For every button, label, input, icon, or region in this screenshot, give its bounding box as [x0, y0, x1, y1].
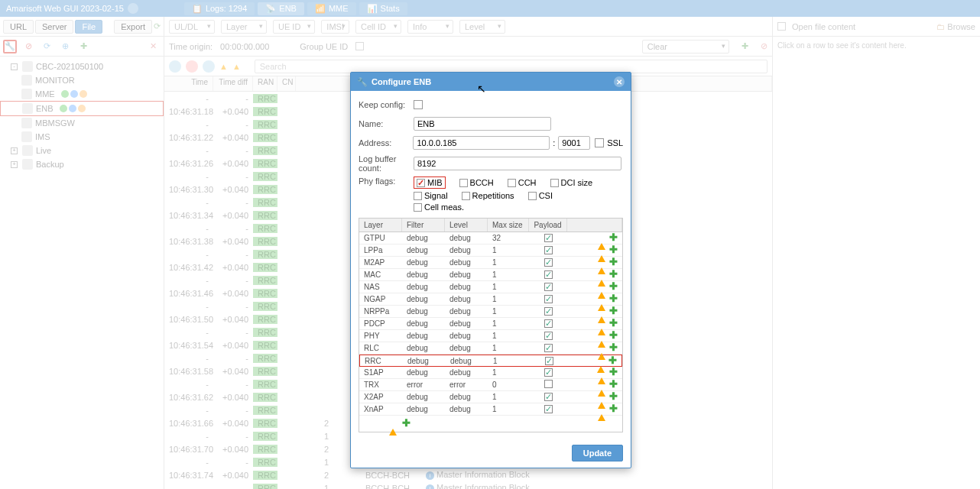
- edit-icon[interactable]: [575, 368, 583, 377]
- checkbox-icon[interactable]: [459, 179, 468, 187]
- ssl-checkbox[interactable]: [595, 138, 604, 147]
- stop-icon[interactable]: ⊘: [21, 40, 35, 53]
- edit-icon[interactable]: [575, 246, 583, 254]
- update-button[interactable]: Update: [572, 445, 623, 461]
- header-tab[interactable]: 📡ENB: [258, 2, 304, 15]
- edit-icon[interactable]: [575, 344, 583, 352]
- layer-row[interactable]: RRCdebugdebug1✓✚: [359, 355, 622, 367]
- plus-icon[interactable]: ✚: [609, 270, 618, 279]
- checkbox-icon[interactable]: [462, 192, 470, 200]
- minus-icon[interactable]: [586, 283, 595, 291]
- ueid-filter[interactable]: UE ID: [273, 20, 315, 34]
- warn-icon[interactable]: [598, 246, 606, 254]
- layer-filter[interactable]: Layer: [221, 20, 267, 34]
- open-file-checkbox[interactable]: [777, 22, 786, 31]
- minus-icon[interactable]: [586, 307, 595, 316]
- warn-icon[interactable]: [598, 381, 606, 389]
- refresh-icon[interactable]: ⟳: [154, 21, 161, 31]
- clear-icon[interactable]: ⊘: [761, 41, 767, 51]
- layer-row[interactable]: MACdebugdebug1✓✚: [359, 269, 622, 281]
- col-cn[interactable]: CN: [277, 76, 296, 91]
- plus-icon[interactable]: ✚: [609, 246, 618, 254]
- phy-flag-bcch[interactable]: BCCH: [459, 178, 494, 187]
- layer-row[interactable]: M2APdebugdebug1✓✚: [359, 257, 622, 269]
- plus-icon[interactable]: ✚: [609, 307, 618, 316]
- tree-item[interactable]: -CBC-2021050100: [0, 60, 164, 73]
- warn-icon[interactable]: [598, 344, 606, 352]
- level-filter[interactable]: Level: [459, 20, 505, 34]
- close-all-icon[interactable]: [128, 3, 138, 14]
- payload-checkbox[interactable]: ✓: [544, 270, 553, 279]
- phy-flag-cch[interactable]: CCH: [508, 178, 537, 187]
- payload-checkbox[interactable]: ✓: [544, 307, 553, 316]
- port-input[interactable]: [558, 136, 590, 150]
- payload-checkbox[interactable]: ✓: [544, 405, 553, 413]
- payload-checkbox[interactable]: ✓: [544, 368, 553, 377]
- minus-icon[interactable]: [586, 368, 595, 377]
- plus-icon[interactable]: ✚: [609, 319, 618, 328]
- warn-icon[interactable]: [598, 234, 606, 242]
- phy-flag-dcisize[interactable]: DCI size: [550, 178, 593, 187]
- plus-icon[interactable]: ✚: [609, 368, 618, 377]
- tree-item[interactable]: IMS: [0, 130, 164, 144]
- warn-icon[interactable]: [598, 332, 606, 340]
- warn-icon[interactable]: [598, 270, 606, 279]
- plus-icon[interactable]: ✚: [609, 381, 618, 389]
- header-tab[interactable]: 📋Logs: 1294: [184, 2, 255, 15]
- nav-next-icon[interactable]: [203, 60, 215, 73]
- edit-icon[interactable]: [574, 357, 582, 365]
- edit-icon[interactable]: [575, 283, 583, 291]
- payload-checkbox[interactable]: [544, 380, 553, 388]
- warn-icon[interactable]: [598, 295, 606, 303]
- expand-icon[interactable]: +: [11, 147, 18, 154]
- minus-icon[interactable]: [586, 357, 594, 365]
- phy-flag-csi[interactable]: CSI: [528, 191, 553, 200]
- dialog-close-icon[interactable]: ✕: [614, 76, 625, 87]
- edit-icon[interactable]: [575, 332, 583, 340]
- group-ue-checkbox[interactable]: [355, 42, 364, 50]
- url-button[interactable]: URL: [3, 20, 34, 34]
- plus-icon[interactable]: ✚: [609, 405, 618, 413]
- col-timediff[interactable]: Time diff: [213, 76, 253, 91]
- minus-icon[interactable]: [586, 332, 595, 340]
- footer-warn-icon[interactable]: [389, 419, 398, 428]
- warn-icon[interactable]: [597, 357, 605, 365]
- checkbox-icon[interactable]: [508, 179, 516, 187]
- phy-flag-mib[interactable]: ✓MIB: [414, 176, 446, 189]
- warn-icon[interactable]: [598, 307, 606, 316]
- wrench-icon[interactable]: 🔧: [3, 40, 17, 53]
- layer-row[interactable]: PDCPdebugdebug1✓✚: [359, 318, 622, 330]
- imsi-filter[interactable]: IMSI: [321, 20, 349, 34]
- minus-icon[interactable]: [586, 234, 595, 242]
- cellid-filter[interactable]: Cell ID: [355, 20, 401, 34]
- warn-icon[interactable]: [598, 405, 606, 413]
- tree-item[interactable]: MBMSGW: [0, 116, 164, 130]
- warn-icon[interactable]: [598, 393, 606, 401]
- col-time[interactable]: Time: [164, 76, 213, 91]
- info-filter[interactable]: Info: [407, 20, 453, 34]
- checkbox-icon[interactable]: [528, 192, 537, 200]
- payload-checkbox[interactable]: ✓: [544, 234, 553, 242]
- edit-icon[interactable]: [575, 405, 583, 413]
- warn-icon[interactable]: [598, 368, 606, 377]
- tree-item[interactable]: MME: [0, 87, 164, 101]
- browse-button[interactable]: 🗀 Browse: [936, 22, 975, 31]
- layer-row[interactable]: GTPUdebugdebug32✓✚: [359, 232, 622, 244]
- layer-row[interactable]: NGAPdebugdebug1✓✚: [359, 293, 622, 306]
- edit-icon[interactable]: [575, 319, 583, 328]
- col-max[interactable]: Max size: [488, 219, 529, 232]
- minus-icon[interactable]: [586, 393, 595, 401]
- payload-checkbox[interactable]: ✓: [544, 295, 553, 303]
- checkbox-icon[interactable]: [414, 192, 422, 200]
- col-filter[interactable]: Filter: [402, 219, 445, 232]
- minus-icon[interactable]: [586, 319, 595, 328]
- col-payload[interactable]: Payload: [529, 219, 567, 232]
- minus-icon[interactable]: [586, 381, 595, 389]
- export-button[interactable]: Export: [114, 20, 152, 34]
- edit-icon[interactable]: [575, 381, 583, 389]
- expand-icon[interactable]: -: [11, 63, 18, 70]
- tree-item[interactable]: MONITOR: [0, 73, 164, 87]
- minus-icon[interactable]: [586, 270, 595, 279]
- minus-icon[interactable]: [586, 246, 595, 254]
- header-tab[interactable]: 📶MME: [307, 2, 356, 15]
